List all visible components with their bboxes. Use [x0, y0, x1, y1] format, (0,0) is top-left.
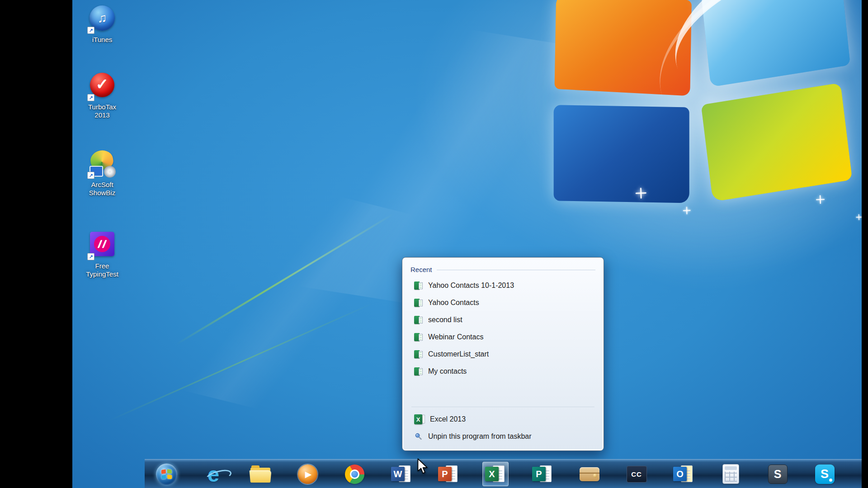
- excel-jumplist-popup: Recent Yahoo Contacts 10-1-2013 Yahoo Co…: [402, 257, 604, 451]
- jumplist-recent-item[interactable]: CustomerList_start: [410, 346, 595, 363]
- taskbar-word[interactable]: W: [388, 462, 415, 486]
- excel-app-icon: X: [414, 414, 425, 424]
- jumplist-excel-2013[interactable]: X Excel 2013: [410, 411, 595, 428]
- desktop-icon-free-typingtest[interactable]: ↗ Free TypingTest: [79, 230, 126, 278]
- jumplist-recent-item[interactable]: Webinar Contacs: [410, 328, 595, 346]
- desktop-icon-itunes[interactable]: ♫ ↗ iTunes: [79, 5, 126, 44]
- excel-file-icon: [414, 298, 423, 307]
- screen: ♫ ↗ iTunes ✓ ↗ TurboTax 2013 ↗ ArcSoft S…: [0, 0, 868, 488]
- wallpaper-grass-line: [108, 303, 373, 422]
- sparkle-icon: [635, 188, 646, 199]
- sparkle-icon: [683, 206, 690, 214]
- excel-file-icon: [414, 315, 423, 324]
- excel-file-icon: [414, 333, 423, 342]
- jumplist-recent-item[interactable]: My contacts: [410, 363, 595, 380]
- jumplist-item-label: Yahoo Contacts: [428, 299, 479, 307]
- word-icon: W: [391, 465, 412, 483]
- shortcut-arrow-icon: ↗: [87, 253, 94, 260]
- desktop-icon-label: iTunes: [83, 36, 121, 44]
- desktop[interactable]: ♫ ↗ iTunes ✓ ↗ TurboTax 2013 ↗ ArcSoft S…: [72, 0, 862, 488]
- taskbar-excel[interactable]: X: [482, 462, 509, 486]
- jumplist-recent-header: Recent: [410, 264, 595, 275]
- taskbar-outlook[interactable]: O: [670, 462, 697, 486]
- cc-icon: CC: [627, 466, 647, 483]
- itunes-icon: ♫ ↗: [89, 5, 116, 33]
- taskbar-notepad[interactable]: [859, 462, 862, 486]
- jumplist-item-label: Webinar Contacs: [428, 333, 483, 341]
- folder-icon: [250, 468, 270, 483]
- desktop-icon-label: TurboTax 2013: [83, 103, 121, 119]
- taskbar-calculator[interactable]: [717, 462, 744, 486]
- start-button[interactable]: [153, 462, 179, 486]
- jumplist-recent-item[interactable]: Yahoo Contacts 10-1-2013: [410, 277, 595, 294]
- music-note-icon: ♫: [98, 11, 107, 25]
- desktop-icon-label: ArcSoft ShowBiz: [83, 181, 121, 197]
- taskbar-powerpoint[interactable]: P: [435, 462, 462, 486]
- jumplist-app-label: Excel 2013: [430, 415, 466, 423]
- excel-file-icon: [414, 350, 423, 359]
- jumplist-divider: [411, 407, 594, 407]
- shortcut-arrow-icon: ↗: [87, 94, 94, 101]
- excel-file-icon: [414, 367, 423, 376]
- powerpoint-icon: P: [438, 465, 459, 483]
- publisher-icon: P: [532, 465, 553, 483]
- shortcut-arrow-icon: ↗: [87, 27, 94, 34]
- sparkle-icon: [856, 214, 862, 221]
- jumplist-unpin-label: Unpin this program from taskbar: [428, 432, 532, 441]
- internet-explorer-icon: e: [208, 464, 219, 485]
- taskbar-internet-explorer[interactable]: e: [200, 462, 226, 486]
- windows-logo: [538, 0, 862, 268]
- desktop-icon-label: Free TypingTest: [83, 262, 121, 278]
- calculator-icon: [722, 464, 739, 484]
- header-divider: [437, 270, 595, 270]
- jumplist-item-label: CustomerList_start: [428, 350, 489, 358]
- shortcut-arrow-icon: ↗: [87, 172, 94, 179]
- taskbar-windows-media-player[interactable]: ▶: [294, 462, 321, 486]
- turbotax-icon: ✓ ↗: [89, 73, 116, 100]
- outlook-icon: O: [673, 465, 694, 483]
- taskbar-chrome[interactable]: [341, 462, 368, 486]
- disc-icon: [104, 166, 116, 178]
- jumplist-item-label: Yahoo Contacts 10-1-2013: [428, 282, 514, 290]
- skype-icon: S: [815, 465, 835, 484]
- checkmark-icon: ✓: [96, 75, 109, 93]
- sparkle-icon: [816, 195, 825, 204]
- media-player-icon: ▶: [298, 465, 317, 484]
- taskbar-publisher[interactable]: P: [529, 462, 556, 486]
- jumplist-item-label: second list: [428, 316, 462, 324]
- taskbar: e ▶ W: [145, 459, 862, 488]
- wallpaper-grass-line: [176, 213, 394, 345]
- jumplist-section-title: Recent: [410, 266, 432, 273]
- chrome-icon: [345, 465, 364, 484]
- jumplist-recent-item[interactable]: Yahoo Contacts: [410, 294, 595, 311]
- excel-file-icon: [414, 281, 423, 290]
- wallet-icon: [580, 467, 599, 481]
- jumplist-recent-item[interactable]: second list: [410, 311, 595, 328]
- windows-start-icon: [156, 464, 177, 485]
- free-typingtest-icon: ↗: [89, 232, 116, 259]
- desktop-icon-arcsoft-showbiz[interactable]: ↗ ArcSoft ShowBiz: [79, 150, 126, 197]
- unpin-pushpin-icon: [414, 432, 423, 441]
- desktop-icon-turbotax[interactable]: ✓ ↗ TurboTax 2013: [79, 71, 126, 119]
- play-icon: ▶: [305, 469, 312, 479]
- windows-logo-pane-darkblue: [554, 105, 689, 203]
- jumplist-unpin[interactable]: Unpin this program from taskbar: [410, 428, 595, 445]
- jumplist-item-label: My contacts: [428, 367, 467, 375]
- taskbar-cc-app[interactable]: CC: [623, 462, 650, 486]
- taskbar-skype[interactable]: S: [811, 462, 838, 486]
- mouse-cursor: [417, 458, 429, 475]
- excel-icon: X: [485, 465, 506, 483]
- arcsoft-showbiz-icon: ↗: [89, 150, 116, 178]
- taskbar-windows-explorer[interactable]: [247, 462, 274, 486]
- taskbar-wallet-app[interactable]: [576, 462, 603, 486]
- taskbar-s-app-dark[interactable]: S: [764, 462, 791, 486]
- typing-slashes-icon: [94, 236, 110, 252]
- s-app-dark-icon: S: [768, 465, 788, 484]
